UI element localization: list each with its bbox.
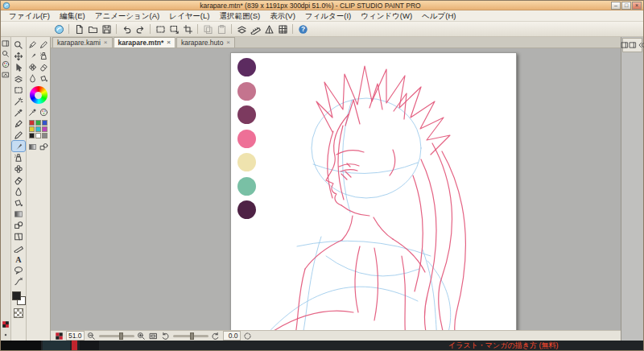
document-tab[interactable]: karapare.mtn*× — [114, 37, 175, 47]
panel-icon[interactable] — [2, 39, 10, 47]
color-set-swatch[interactable] — [42, 133, 47, 138]
auto-select-tool[interactable] — [12, 96, 25, 106]
fill-tool[interactable] — [12, 197, 25, 208]
new-file-icon[interactable] — [72, 23, 85, 35]
taskbar-segment[interactable] — [80, 341, 99, 350]
pencil-subtool[interactable] — [39, 39, 49, 49]
color-set-swatch[interactable] — [35, 120, 41, 126]
snap-grid-icon[interactable] — [276, 23, 289, 35]
canvas-document[interactable] — [230, 52, 517, 330]
taskbar-segment[interactable] — [43, 341, 70, 350]
snap-special-icon[interactable] — [262, 23, 275, 35]
blend-subtool[interactable] — [28, 73, 38, 83]
color-set-swatch[interactable] — [35, 133, 41, 138]
undo-icon[interactable] — [120, 23, 133, 35]
menu-item[interactable]: 選択範囲(S) — [214, 10, 265, 22]
decoration-tool[interactable] — [12, 163, 25, 174]
transparent-color-chip[interactable] — [14, 308, 23, 318]
maximize-button[interactable]: □ — [621, 2, 631, 10]
document-tab[interactable]: karapare.huto× — [176, 37, 235, 47]
menu-item[interactable]: 編集(E) — [55, 10, 90, 22]
eyedropper-subtool[interactable] — [28, 107, 38, 117]
tab-close-button[interactable]: × — [226, 39, 230, 46]
color-set-swatch[interactable] — [42, 120, 47, 126]
ruler-tool[interactable] — [12, 242, 25, 253]
pen-subtool[interactable] — [28, 39, 38, 49]
open-file-icon[interactable] — [86, 23, 99, 35]
panel-icon[interactable] — [629, 40, 637, 50]
selection-tool[interactable] — [12, 85, 25, 95]
color-set-swatch[interactable] — [42, 126, 47, 132]
figure-tool[interactable] — [12, 220, 25, 230]
gradient-tool[interactable] — [12, 209, 25, 219]
line-correct-tool[interactable] — [12, 276, 25, 287]
color-set-swatch[interactable] — [29, 120, 35, 126]
chevron-double-left-icon[interactable] — [637, 40, 644, 50]
dot-icon[interactable] — [2, 330, 10, 339]
nav-icon[interactable] — [2, 70, 10, 79]
canvas-viewport[interactable] — [51, 48, 621, 330]
redo-icon[interactable] — [134, 23, 147, 35]
eraser-tool[interactable] — [12, 175, 25, 185]
frame-tool[interactable] — [12, 231, 25, 242]
magnifier-tool[interactable] — [12, 39, 25, 50]
color-chips[interactable] — [12, 291, 26, 305]
palette-icon[interactable] — [2, 60, 10, 68]
panel-icon[interactable] — [621, 40, 629, 50]
fit-to-screen-button[interactable] — [149, 331, 159, 341]
menu-item[interactable]: レイヤー(L) — [164, 10, 214, 22]
document-tab[interactable]: karapare.kami× — [52, 37, 113, 47]
crop-icon[interactable] — [181, 23, 194, 35]
taskbar-segment[interactable] — [1, 341, 41, 350]
help-icon[interactable]: ? — [296, 23, 309, 35]
layer-move-tool[interactable] — [12, 73, 25, 84]
tab-close-button[interactable]: × — [104, 39, 108, 46]
rotation-slider[interactable] — [173, 335, 208, 337]
palette-subtool[interactable] — [39, 107, 49, 117]
eyedropper-tool[interactable] — [12, 107, 25, 118]
minimize-button[interactable]: – — [611, 2, 621, 10]
move-tool[interactable] — [12, 51, 25, 61]
brush-tool[interactable] — [12, 141, 25, 151]
menu-item[interactable]: ウィンドウ(W) — [356, 10, 417, 22]
menu-item[interactable]: ファイル(F) — [4, 10, 55, 22]
airbrush-tool[interactable] — [12, 152, 25, 163]
zoom-in-button[interactable] — [137, 331, 147, 341]
save-file-icon[interactable] — [100, 23, 113, 35]
text-tool[interactable]: A — [12, 254, 25, 264]
color-set-swatch[interactable] — [29, 126, 35, 132]
color-wheel[interactable] — [30, 86, 47, 104]
layer-move-icon[interactable] — [235, 23, 248, 35]
color-set-swatch[interactable] — [35, 126, 41, 132]
close-button[interactable]: × — [632, 2, 642, 10]
reset-view-button[interactable] — [243, 331, 253, 341]
copy-icon[interactable] — [201, 23, 214, 35]
rotate-cw-button[interactable] — [211, 331, 221, 341]
airbrush-subtool[interactable] — [39, 51, 49, 60]
clip-studio-logo-icon[interactable] — [52, 23, 65, 35]
figure-subtool[interactable] — [39, 142, 49, 151]
eraser-subtool[interactable] — [39, 62, 49, 72]
decoration-subtool[interactable] — [28, 62, 38, 72]
fill-subtool[interactable] — [39, 73, 49, 83]
zoom-slider[interactable] — [99, 335, 134, 337]
operation-tool[interactable] — [12, 62, 25, 72]
checker-red-icon[interactable] — [2, 320, 10, 328]
menu-item[interactable]: ヘルプ(H) — [417, 10, 460, 22]
paste-icon[interactable] — [215, 23, 228, 35]
main-color-chip[interactable] — [12, 291, 21, 300]
balloon-tool[interactable] — [12, 265, 25, 275]
transform-icon[interactable] — [167, 23, 180, 35]
rotate-ccw-button[interactable] — [161, 331, 171, 341]
color-set-swatch[interactable] — [29, 133, 35, 138]
zoom-out-button[interactable] — [87, 331, 97, 341]
menu-item[interactable]: フィルター(I) — [300, 10, 356, 22]
magnifier-icon[interactable] — [2, 49, 10, 58]
snap-ruler-icon[interactable] — [249, 23, 262, 35]
transparent-color-icon[interactable] — [54, 331, 64, 341]
blend-tool[interactable] — [12, 186, 25, 196]
menu-item[interactable]: 表示(V) — [265, 10, 300, 22]
pencil-tool[interactable] — [12, 130, 25, 140]
promo-notice[interactable]: イラスト・マンガの描き方 (無料) — [448, 341, 558, 350]
brush-subtool[interactable] — [28, 51, 38, 60]
